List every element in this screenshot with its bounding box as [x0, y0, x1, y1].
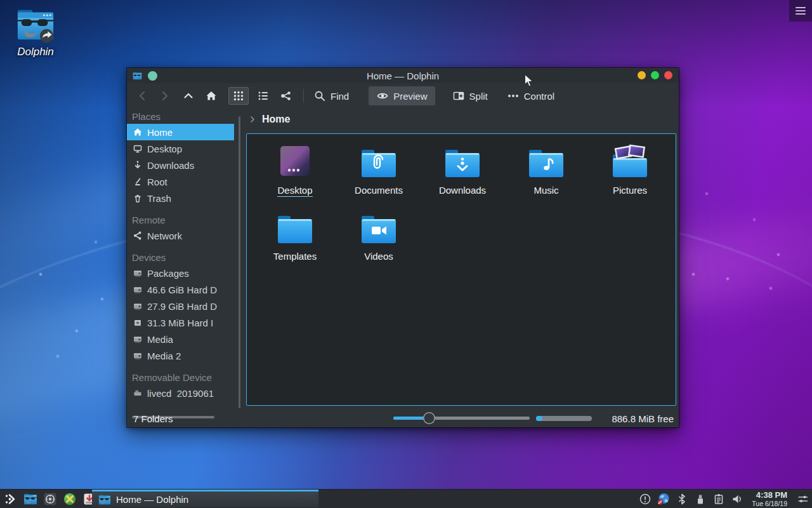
- sidebar-item-root[interactable]: Root: [127, 173, 234, 190]
- drive-icon: [133, 334, 143, 344]
- taskbar-launcher-dolphin[interactable]: [23, 492, 37, 506]
- folder-item-documents[interactable]: Documents: [337, 142, 421, 208]
- up-button[interactable]: [179, 87, 198, 105]
- free-space-text: 886.8 MiB free: [612, 413, 674, 424]
- status-bar: 7 Folders 886.8 MiB free: [127, 410, 679, 427]
- clock-date: Tue 6/18/19: [752, 500, 787, 507]
- split-view-icon: [452, 90, 465, 102]
- sidebar-item-46-6-gib-hard-d[interactable]: 46.6 GiB Hard D: [127, 281, 234, 298]
- tray-bluetooth-icon[interactable]: [676, 493, 688, 505]
- sidebar-item-media-2[interactable]: Media 2: [127, 347, 234, 364]
- desktop-shortcut-label: Dolphin: [9, 46, 62, 58]
- monitor-icon: [133, 144, 143, 154]
- overflow-menu-icon: [507, 90, 520, 102]
- back-icon: [136, 90, 149, 102]
- taskbar-launcher-green-x-app[interactable]: [63, 492, 77, 506]
- sidebar-vertical-scrollbar[interactable]: [239, 116, 240, 408]
- folder-view[interactable]: Desktop Documents Downloads Music Pictur…: [246, 133, 676, 406]
- system-tray: 4:38 PM Tue 6/18/19: [639, 490, 809, 508]
- desktop-shortcut-dolphin[interactable]: Dolphin: [9, 5, 62, 58]
- network-icon: [133, 231, 143, 241]
- sidebar-item-network[interactable]: Network: [127, 227, 234, 244]
- tray-removable-devices-icon[interactable]: [694, 493, 707, 505]
- drive-icon: [133, 268, 143, 278]
- home-button[interactable]: [202, 87, 221, 105]
- maximize-button[interactable]: [651, 71, 659, 79]
- taskbar-active-task[interactable]: Home — Dolphin: [92, 490, 318, 507]
- sidebar-item-label: Network: [147, 231, 182, 241]
- tray-clipboard-icon[interactable]: [712, 493, 725, 505]
- folder-item-templates[interactable]: Templates: [253, 208, 337, 274]
- sidebar-item-31-3-mib-hard-i[interactable]: 31.3 MiB Hard I: [127, 314, 234, 331]
- drive-icon: [133, 284, 143, 295]
- sidebar-item-media[interactable]: Media: [127, 331, 234, 347]
- icons-view-button[interactable]: [228, 87, 249, 105]
- window-titlebar[interactable]: Home — Dolphin: [127, 68, 679, 83]
- sidebar-item-label: Trash: [147, 193, 171, 204]
- sidebar-item-label: Media: [147, 334, 173, 345]
- tray-notifications-icon[interactable]: [639, 493, 652, 505]
- desktop: Dolphin Home — Dolphin: [0, 0, 812, 508]
- breadcrumb-current[interactable]: Home: [262, 114, 290, 125]
- root-icon: [133, 177, 143, 187]
- sidebar-section-devices: Devices: [127, 250, 242, 265]
- tray-volume-icon[interactable]: [731, 493, 743, 505]
- control-button[interactable]: Control: [504, 87, 558, 105]
- sidebar-item-27-9-gib-hard-d[interactable]: 27.9 GiB Hard D: [127, 298, 234, 314]
- tree-view-button[interactable]: [277, 87, 296, 105]
- zoom-slider[interactable]: [393, 417, 530, 420]
- home-icon: [133, 127, 143, 137]
- find-button[interactable]: Find: [310, 87, 352, 105]
- folder-label: Videos: [364, 251, 393, 262]
- window-title: Home — Dolphin: [127, 70, 679, 81]
- folder-downloads-icon: [442, 142, 483, 182]
- control-label: Control: [524, 91, 554, 102]
- panel-settings-icon[interactable]: [797, 493, 809, 505]
- tree-view-icon: [280, 90, 292, 102]
- sidebar-item-trash[interactable]: Trash: [127, 190, 234, 206]
- sidebar-item-livecd-2019061[interactable]: livecd 2019061: [127, 385, 234, 401]
- sidebar-item-label: Packages: [147, 268, 189, 279]
- minimize-button[interactable]: [638, 71, 646, 79]
- taskbar-launcher-system-settings[interactable]: [43, 492, 57, 506]
- folder-item-pictures[interactable]: Pictures: [588, 142, 672, 208]
- drive-icon: [133, 301, 143, 311]
- sidebar-item-packages[interactable]: Packages: [127, 265, 234, 281]
- folder-item-downloads[interactable]: Downloads: [421, 142, 504, 208]
- folder-label: Templates: [273, 251, 317, 262]
- desktop-preview-icon: [275, 142, 315, 182]
- folder-item-videos[interactable]: Videos: [337, 208, 421, 274]
- sidebar-item-downloads[interactable]: Downloads: [127, 157, 234, 173]
- preview-button[interactable]: Preview: [369, 86, 435, 105]
- back-button[interactable]: [133, 87, 152, 105]
- desktop-toolbox-button[interactable]: [789, 0, 812, 22]
- folder-label: Downloads: [439, 185, 486, 196]
- folder-item-music[interactable]: Music: [504, 142, 588, 208]
- zoom-slider-handle[interactable]: [423, 412, 435, 424]
- folder-label: Documents: [355, 185, 403, 196]
- capacity-bar: [536, 416, 592, 421]
- trash-icon: [133, 193, 143, 203]
- close-button[interactable]: [664, 71, 672, 79]
- window-toolbar: Find Preview Split Control: [127, 83, 679, 109]
- folder-music-icon: [526, 142, 566, 182]
- folder-item-desktop[interactable]: Desktop: [253, 142, 337, 208]
- toolbar-separator: [303, 89, 304, 103]
- forward-button[interactable]: [155, 87, 174, 105]
- breadcrumb[interactable]: Home: [247, 110, 290, 129]
- tray-network-status-icon[interactable]: [657, 493, 670, 505]
- sidebar-item-label: Media 2: [147, 351, 181, 361]
- taskbar-launcher-app-launcher[interactable]: [4, 492, 18, 506]
- folder-label: Desktop: [277, 185, 312, 197]
- clock[interactable]: 4:38 PM Tue 6/18/19: [752, 491, 787, 507]
- folder-pictures-icon: [610, 142, 650, 182]
- folder-videos-icon: [358, 208, 399, 248]
- sidebar-item-home[interactable]: Home: [127, 124, 234, 140]
- drive-small-icon: [133, 318, 143, 328]
- split-button[interactable]: Split: [449, 87, 491, 105]
- taskbar-launchers: [0, 492, 96, 506]
- list-view-button[interactable]: [254, 87, 273, 105]
- chevron-right-icon: [247, 114, 258, 124]
- sidebar-item-desktop[interactable]: Desktop: [127, 140, 234, 157]
- find-label: Find: [331, 91, 349, 102]
